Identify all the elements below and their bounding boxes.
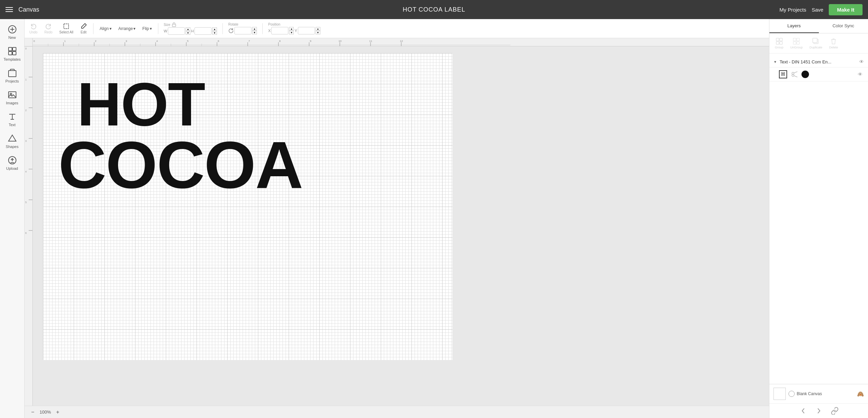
link-icon[interactable] [831, 407, 838, 415]
zoom-level: 100% [40, 409, 51, 415]
sidebar-item-upload-label: Upload [6, 166, 18, 170]
sidebar-item-projects[interactable]: Projects [1, 65, 23, 86]
svg-text:0: 0 [25, 47, 27, 50]
right-panel-toolbar: Group UnGroup Duplicate [769, 33, 868, 54]
align-dropdown[interactable]: Align ▾ [98, 25, 114, 32]
canvas-hidden-icon[interactable]: 🙈 [857, 391, 864, 397]
svg-rect-14 [64, 24, 69, 29]
svg-point-72 [792, 72, 794, 74]
svg-text:12: 12 [400, 40, 403, 43]
layer-text-icon: H [779, 70, 787, 78]
panel-nav-row [769, 403, 868, 418]
sidebar-item-shapes-label: Shapes [6, 145, 18, 149]
layer-item-text[interactable]: ▼ Text - DIN 1451 Com En... 👁 [769, 56, 868, 68]
select-all-button[interactable]: Select All [57, 21, 75, 35]
svg-rect-66 [793, 38, 796, 41]
width-input[interactable] [168, 27, 185, 35]
svg-text:4: 4 [25, 170, 27, 173]
save-button[interactable]: Save [812, 7, 823, 13]
ungroup-button[interactable]: UnGroup [787, 36, 806, 50]
vertical-ruler: 0 1 2 3 4 5 6 [25, 46, 33, 406]
svg-text:8: 8 [279, 40, 281, 43]
svg-rect-63 [780, 38, 782, 41]
rotate-icon [228, 28, 234, 33]
rotate-stepper[interactable]: ▲ ▼ [252, 27, 257, 34]
height-input[interactable] [194, 27, 212, 35]
layer-visibility-icon[interactable]: 👁 [859, 59, 864, 64]
toolbar-divider-3 [222, 23, 223, 34]
sidebar-item-images[interactable]: Images [1, 87, 23, 108]
position-label: Position [268, 23, 320, 26]
my-projects-link[interactable]: My Projects [780, 7, 806, 13]
svg-text:11: 11 [369, 40, 372, 43]
layer-color-circle [801, 71, 809, 78]
svg-text:4: 4 [156, 40, 158, 43]
ruler-corner [25, 38, 33, 46]
canvas-thumbnail [773, 388, 786, 400]
svg-rect-6 [13, 51, 16, 55]
layer-name: Text - DIN 1451 Com En... [780, 59, 856, 64]
right-panel-tabs: Layers Color Sync [769, 19, 868, 33]
svg-rect-65 [780, 42, 782, 44]
size-group: Size W ▲ ▼ H ▲ [164, 22, 217, 35]
main-layout: New Templates Projects [0, 19, 868, 418]
sidebar-item-text[interactable]: Text [1, 109, 23, 130]
y-stepper[interactable]: ▲ ▼ [316, 27, 320, 34]
rotate-group: Rotate ▲ ▼ [228, 23, 257, 34]
toolbar-divider-4 [262, 23, 263, 34]
sidebar-item-shapes[interactable]: Shapes [1, 131, 23, 151]
x-label: X [268, 29, 271, 33]
flip-dropdown[interactable]: Flip ▾ [140, 25, 154, 32]
svg-rect-7 [9, 71, 16, 77]
svg-text:6: 6 [218, 40, 219, 43]
sidebar-item-text-label: Text [9, 123, 15, 127]
pan-right-icon[interactable] [815, 407, 823, 415]
svg-text:2: 2 [95, 40, 97, 43]
x-input[interactable] [271, 27, 288, 34]
svg-rect-8 [9, 92, 16, 98]
y-input[interactable] [298, 27, 315, 34]
duplicate-button[interactable]: Duplicate [807, 36, 825, 50]
svg-text:2: 2 [25, 109, 27, 111]
w-label: W [164, 29, 167, 33]
sidebar-item-upload[interactable]: Upload [1, 153, 23, 173]
svg-text:5: 5 [187, 40, 189, 43]
svg-rect-68 [793, 42, 796, 44]
sidebar-item-templates[interactable]: Templates [1, 44, 23, 64]
toolbar-divider-1 [93, 23, 93, 34]
canvas-wrapper: Undo Redo Select All [25, 19, 769, 418]
arrange-dropdown[interactable]: Arrange ▾ [116, 25, 138, 32]
zoom-bar: − 100% + [25, 406, 769, 418]
group-button[interactable]: Group [772, 36, 786, 50]
blank-canvas-circle [789, 391, 795, 397]
edit-button[interactable]: Edit [78, 21, 89, 35]
canvas-text-hot[interactable]: HOT [77, 74, 205, 135]
undo-button[interactable]: Undo [27, 21, 40, 35]
size-label: Size [164, 23, 170, 27]
sidebar-item-new[interactable]: New [1, 22, 23, 42]
layer-sub-visibility-icon[interactable]: 👁 [858, 72, 863, 77]
zoom-in-button[interactable]: + [54, 408, 62, 416]
svg-rect-64 [776, 42, 779, 44]
rotate-input[interactable] [234, 27, 251, 34]
svg-rect-15 [172, 24, 176, 27]
tab-layers[interactable]: Layers [769, 19, 819, 33]
menu-icon[interactable] [5, 7, 13, 12]
pan-left-icon[interactable] [799, 407, 807, 415]
h-label: H [191, 29, 194, 33]
zoom-out-button[interactable]: − [29, 408, 37, 416]
sidebar-item-new-label: New [8, 35, 16, 40]
canvas-container[interactable]: 1 2 3 4 5 6 7 8 9 10 11 12 [25, 38, 769, 406]
make-it-button[interactable]: Make It [829, 4, 863, 15]
width-stepper[interactable]: ▲ ▼ [186, 27, 190, 35]
svg-rect-5 [9, 51, 12, 55]
height-stepper[interactable]: ▲ ▼ [212, 27, 217, 35]
svg-text:1: 1 [64, 40, 66, 43]
canvas-area[interactable]: HOT COCOA [33, 46, 769, 392]
redo-button[interactable]: Redo [42, 21, 55, 35]
x-stepper[interactable]: ▲ ▼ [289, 27, 294, 34]
left-sidebar: New Templates Projects [0, 19, 25, 418]
canvas-text-cocoa[interactable]: COCOA [58, 132, 303, 198]
delete-button[interactable]: Delete [826, 36, 841, 50]
tab-color-sync[interactable]: Color Sync [819, 19, 868, 33]
